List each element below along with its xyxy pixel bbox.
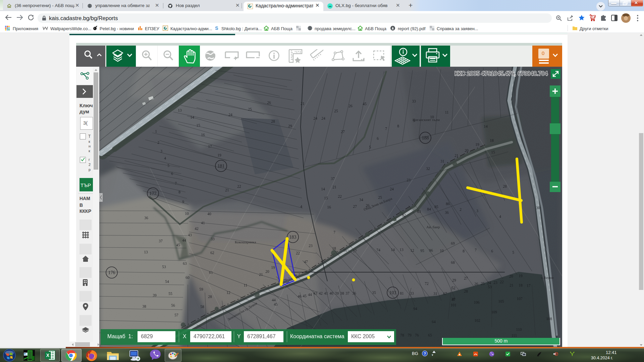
svg-text:4: 4 <box>164 156 166 160</box>
svg-text:47: 47 <box>451 298 455 302</box>
svg-text:44: 44 <box>308 293 312 297</box>
svg-text:37: 37 <box>159 239 163 243</box>
svg-text:5: 5 <box>369 145 371 149</box>
svg-text:85: 85 <box>434 205 438 209</box>
svg-text:96: 96 <box>429 248 433 252</box>
svg-text:60: 60 <box>185 276 190 280</box>
svg-text:14: 14 <box>391 248 395 252</box>
svg-text:7: 7 <box>475 248 477 252</box>
svg-text:6: 6 <box>171 172 173 176</box>
svg-text:37: 37 <box>331 177 335 181</box>
svg-text:24: 24 <box>390 187 394 191</box>
svg-text:36: 36 <box>445 210 449 215</box>
svg-text:21: 21 <box>509 283 514 287</box>
svg-text:45: 45 <box>363 102 367 106</box>
svg-text:ККС 2005 4791045.476, 673848.7: ККС 2005 4791045.476, 673848.704 <box>454 70 548 77</box>
svg-text:74: 74 <box>376 248 380 252</box>
svg-text:26: 26 <box>474 282 478 286</box>
svg-text:12: 12 <box>410 248 414 252</box>
svg-text:15: 15 <box>196 123 200 127</box>
svg-text:76: 76 <box>415 333 419 337</box>
svg-text:35: 35 <box>372 291 376 295</box>
svg-text:111: 111 <box>512 334 517 338</box>
svg-text:177: 177 <box>150 191 157 196</box>
svg-text:38: 38 <box>340 291 344 295</box>
svg-text:24: 24 <box>313 116 317 120</box>
svg-text:7: 7 <box>333 230 335 234</box>
svg-text:103: 103 <box>389 290 396 295</box>
svg-text:26: 26 <box>348 104 353 108</box>
svg-text:43: 43 <box>188 233 192 237</box>
svg-text:110: 110 <box>516 327 522 331</box>
svg-text:18: 18 <box>332 246 336 250</box>
svg-text:18: 18 <box>490 138 494 142</box>
svg-text:34: 34 <box>359 198 363 202</box>
svg-text:107: 107 <box>517 297 523 301</box>
svg-text:94: 94 <box>413 307 417 311</box>
svg-text:24: 24 <box>321 116 325 120</box>
svg-text:6: 6 <box>491 249 493 253</box>
svg-text:62: 62 <box>210 251 214 255</box>
svg-text:95: 95 <box>420 249 424 253</box>
svg-text:3: 3 <box>160 149 162 153</box>
svg-text:53: 53 <box>488 285 492 289</box>
svg-text:25: 25 <box>481 282 485 286</box>
svg-text:29: 29 <box>452 278 456 282</box>
svg-text:5: 5 <box>512 250 514 254</box>
svg-text:21: 21 <box>259 273 263 277</box>
svg-text:11: 11 <box>244 283 247 287</box>
svg-text:15: 15 <box>491 150 495 154</box>
svg-text:44: 44 <box>182 238 186 242</box>
svg-text:21: 21 <box>225 188 229 192</box>
svg-text:31: 31 <box>440 159 444 163</box>
svg-text:5: 5 <box>167 164 169 168</box>
svg-text:57: 57 <box>174 313 178 317</box>
svg-text:1: 1 <box>155 129 157 133</box>
svg-text:53: 53 <box>162 265 166 269</box>
svg-text:28: 28 <box>464 289 468 293</box>
svg-text:181: 181 <box>218 164 225 169</box>
svg-text:44: 44 <box>272 298 276 302</box>
svg-text:21: 21 <box>332 185 336 189</box>
svg-text:17: 17 <box>527 284 531 288</box>
svg-text:59: 59 <box>199 287 203 291</box>
svg-text:28: 28 <box>208 295 212 299</box>
svg-text:32: 32 <box>426 167 430 171</box>
svg-text:84: 84 <box>427 207 431 211</box>
svg-text:21: 21 <box>454 154 459 158</box>
svg-text:27: 27 <box>464 276 468 280</box>
svg-text:olx: olx <box>329 5 332 7</box>
svg-text:78: 78 <box>400 333 404 337</box>
svg-text:Ав. баир: Ав. баир <box>426 225 440 229</box>
svg-text:105: 105 <box>498 299 504 303</box>
svg-text:39: 39 <box>153 293 157 297</box>
svg-text:29: 29 <box>288 124 292 128</box>
svg-text:33: 33 <box>412 99 416 103</box>
svg-text:56: 56 <box>171 303 175 307</box>
svg-text:109: 109 <box>491 310 497 314</box>
svg-text:Циганският хълм: Циганският хълм <box>413 118 440 122</box>
svg-text:45: 45 <box>303 294 307 298</box>
svg-text:13: 13 <box>399 248 404 252</box>
svg-text:26: 26 <box>267 101 271 105</box>
svg-text:28: 28 <box>503 184 507 188</box>
svg-text:54: 54 <box>165 280 169 284</box>
svg-text:16: 16 <box>343 248 347 252</box>
svg-text:45: 45 <box>176 243 180 247</box>
svg-text:X: X <box>46 353 50 358</box>
svg-text:8: 8 <box>397 124 399 128</box>
svg-text:67: 67 <box>443 292 447 296</box>
svg-text:25: 25 <box>378 195 382 199</box>
svg-text:17: 17 <box>353 249 357 253</box>
svg-text:6: 6 <box>377 136 379 140</box>
svg-text:41: 41 <box>324 291 328 295</box>
svg-text:30: 30 <box>536 206 540 210</box>
svg-text:4: 4 <box>300 204 302 208</box>
svg-text:17: 17 <box>208 144 212 148</box>
svg-text:81: 81 <box>400 291 404 295</box>
svg-text:22: 22 <box>338 194 342 198</box>
svg-text:36: 36 <box>144 216 148 220</box>
svg-text:24: 24 <box>228 113 232 117</box>
svg-text:22: 22 <box>296 251 300 255</box>
svg-text:72: 72 <box>425 282 429 286</box>
